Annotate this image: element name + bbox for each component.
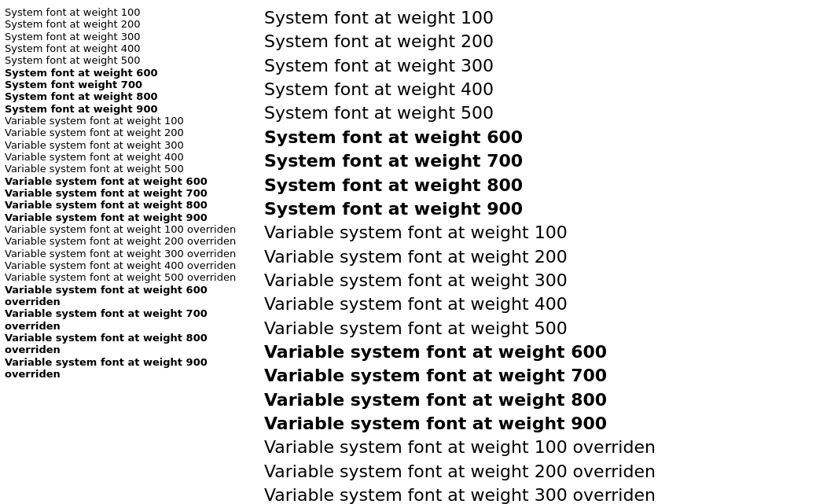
right-text-item-10: Variable system font at weight 200: [264, 245, 833, 269]
left-text-item-3: System font at weight 400: [5, 42, 256, 54]
left-text-item-11: Variable system font at weight 300: [5, 139, 256, 151]
right-text-item-17: Variable system font at weight 900: [264, 412, 833, 436]
left-text-item-24: Variable system font at weight 700 overr…: [5, 307, 256, 332]
right-column: System font at weight 100System font at …: [256, 6, 833, 504]
left-text-item-26: Variable system font at weight 900 overr…: [5, 356, 256, 381]
left-text-item-8: System font at weight 900: [5, 103, 256, 115]
left-text-item-5: System font at weight 600: [5, 67, 256, 79]
left-text-item-17: Variable system font at weight 900: [5, 212, 256, 223]
right-text-item-15: Variable system font at weight 700: [264, 364, 833, 388]
left-text-item-10: Variable system font at weight 200: [5, 127, 256, 138]
right-text-item-13: Variable system font at weight 500: [264, 317, 833, 340]
left-text-item-13: Variable system font at weight 500: [5, 163, 256, 175]
left-text-item-1: System font at weight 200: [5, 18, 256, 30]
right-text-item-20: Variable system font at weight 300 overr…: [264, 484, 833, 504]
left-text-item-25: Variable system font at weight 800 overr…: [5, 332, 256, 356]
left-text-item-23: Variable system font at weight 600 overr…: [5, 284, 256, 308]
right-text-item-16: Variable system font at weight 800: [264, 388, 833, 412]
right-text-item-2: System font at weight 300: [264, 54, 833, 78]
left-text-item-7: System font at weight 800: [5, 90, 256, 102]
left-text-item-18: Variable system font at weight 100 overr…: [5, 223, 256, 235]
left-text-item-15: Variable system font at weight 700: [5, 187, 256, 199]
right-text-item-14: Variable system font at weight 600: [264, 340, 833, 364]
right-text-item-8: System font at weight 900: [264, 197, 833, 221]
left-text-item-2: System font at weight 300: [5, 31, 256, 42]
left-text-item-9: Variable system font at weight 100: [5, 115, 256, 127]
left-text-item-14: Variable system font at weight 600: [5, 175, 256, 187]
left-column: System font at weight 100System font at …: [5, 6, 256, 504]
left-text-item-6: System font weight 700: [5, 79, 256, 90]
left-text-item-16: Variable system font at weight 800: [5, 199, 256, 211]
right-text-item-18: Variable system font at weight 100 overr…: [264, 436, 833, 459]
right-text-item-0: System font at weight 100: [264, 6, 833, 30]
right-text-item-19: Variable system font at weight 200 overr…: [264, 460, 833, 484]
right-text-item-4: System font at weight 500: [264, 101, 833, 125]
right-text-item-6: System font at weight 700: [264, 149, 833, 173]
left-text-item-22: Variable system font at weight 500 overr…: [5, 271, 256, 283]
left-text-item-19: Variable system font at weight 200 overr…: [5, 235, 256, 247]
left-text-item-12: Variable system font at weight 400: [5, 151, 256, 163]
right-text-item-7: System font at weight 800: [264, 174, 833, 197]
main-container: System font at weight 100System font at …: [0, 0, 838, 504]
left-text-item-0: System font at weight 100: [5, 6, 256, 18]
right-text-item-5: System font at weight 600: [264, 126, 833, 149]
right-text-item-12: Variable system font at weight 400: [264, 292, 833, 316]
right-text-item-3: System font at weight 400: [264, 78, 833, 101]
right-text-item-9: Variable system font at weight 100: [264, 221, 833, 245]
left-text-item-21: Variable system font at weight 400 overr…: [5, 259, 256, 271]
right-text-item-1: System font at weight 200: [264, 30, 833, 53]
right-text-item-11: Variable system font at weight 300: [264, 269, 833, 292]
left-text-item-4: System font at weight 500: [5, 54, 256, 66]
left-text-item-20: Variable system font at weight 300 overr…: [5, 248, 256, 259]
